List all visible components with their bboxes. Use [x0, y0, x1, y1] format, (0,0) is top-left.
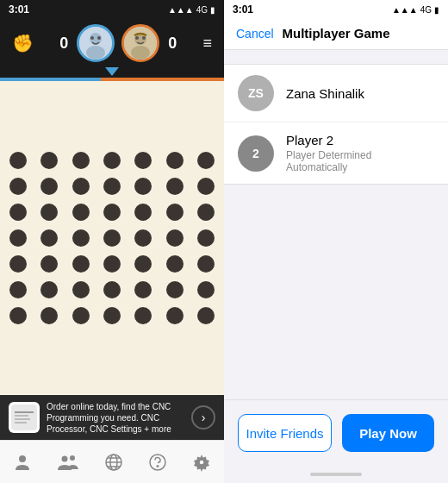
- dot[interactable]: [40, 229, 58, 247]
- nav-person-icon[interactable]: [13, 453, 32, 472]
- player2-avatar: 2: [238, 135, 274, 172]
- dot[interactable]: [103, 307, 121, 324]
- dot[interactable]: [9, 204, 27, 221]
- list-item[interactable]: ZS Zana Shinalik: [224, 65, 448, 122]
- menu-icon[interactable]: ≡: [202, 34, 212, 53]
- player2-name: Player 2: [286, 133, 434, 147]
- dot[interactable]: [134, 178, 152, 195]
- dot[interactable]: [134, 281, 152, 298]
- invite-friends-button[interactable]: Invite Friends: [238, 414, 332, 452]
- dot[interactable]: [9, 307, 27, 324]
- game-board[interactable]: [0, 81, 224, 395]
- dot[interactable]: [166, 307, 184, 324]
- nav-people-icon[interactable]: [57, 453, 79, 472]
- left-panel: 3:01 ▲▲▲ 4G ▮ ✊ 0: [0, 0, 224, 483]
- dot[interactable]: [72, 255, 90, 273]
- dot[interactable]: [9, 152, 27, 169]
- dot[interactable]: [134, 152, 152, 169]
- dots-grid: [7, 152, 217, 324]
- player2-initials: 2: [252, 147, 259, 160]
- dot[interactable]: [103, 229, 121, 247]
- right-signal-icon: ▲▲▲: [392, 5, 418, 15]
- svg-point-3: [90, 36, 94, 40]
- ad-arrow-icon[interactable]: ›: [191, 405, 215, 430]
- dot[interactable]: [72, 178, 90, 195]
- player2-info: Player 2 Player Determined Automatically: [286, 133, 434, 173]
- dot[interactable]: [197, 152, 215, 169]
- dot[interactable]: [134, 255, 152, 273]
- bottom-actions: Invite Friends Play Now: [224, 399, 448, 466]
- cancel-button[interactable]: Cancel: [236, 27, 274, 41]
- score-player1: 0: [58, 34, 70, 53]
- avatar-player1: [77, 24, 115, 62]
- svg-point-8: [135, 36, 139, 40]
- dot[interactable]: [40, 204, 58, 221]
- dot[interactable]: [72, 229, 90, 247]
- player1-name: Zana Shinalik: [286, 86, 364, 101]
- dot[interactable]: [40, 178, 58, 195]
- dot[interactable]: [197, 204, 215, 221]
- left-status-bar: 3:01 ▲▲▲ 4G ▮: [0, 0, 224, 19]
- list-item[interactable]: 2 Player 2 Player Determined Automatical…: [224, 122, 448, 184]
- dot[interactable]: [103, 178, 121, 195]
- right-battery-icon: ▮: [434, 5, 439, 15]
- dot[interactable]: [40, 281, 58, 298]
- player1-info: Zana Shinalik: [286, 86, 364, 101]
- dot[interactable]: [197, 307, 215, 324]
- svg-point-7: [131, 46, 150, 60]
- dot[interactable]: [134, 204, 152, 221]
- dot[interactable]: [40, 307, 58, 324]
- dot[interactable]: [134, 229, 152, 247]
- dot[interactable]: [9, 281, 27, 298]
- dot[interactable]: [103, 281, 121, 298]
- dot[interactable]: [166, 152, 184, 169]
- dot[interactable]: [72, 152, 90, 169]
- dot[interactable]: [197, 178, 215, 195]
- signal-icon: ▲▲▲: [168, 5, 194, 15]
- dot[interactable]: [9, 229, 27, 247]
- dot[interactable]: [103, 152, 121, 169]
- play-now-button[interactable]: Play Now: [342, 414, 434, 452]
- dot[interactable]: [103, 255, 121, 273]
- dot[interactable]: [103, 204, 121, 221]
- dot[interactable]: [72, 204, 90, 221]
- svg-point-4: [97, 36, 101, 40]
- dot[interactable]: [72, 281, 90, 298]
- dot[interactable]: [166, 255, 184, 273]
- modal-title: Multiplayer Game: [282, 26, 389, 41]
- dot[interactable]: [166, 229, 184, 247]
- nav-settings-icon[interactable]: [192, 453, 211, 472]
- dot[interactable]: [197, 229, 215, 247]
- bottom-nav: [0, 440, 224, 483]
- dot[interactable]: [166, 281, 184, 298]
- dot[interactable]: [166, 204, 184, 221]
- dot[interactable]: [40, 255, 58, 273]
- dot[interactable]: [72, 307, 90, 324]
- player-list: ZS Zana Shinalik 2 Player 2 Player Deter…: [224, 64, 448, 185]
- dot[interactable]: [40, 152, 58, 169]
- ad-banner[interactable]: Order online today, find the CNC Program…: [0, 395, 224, 440]
- right-status-icons: ▲▲▲ 4G ▮: [392, 5, 439, 15]
- svg-rect-13: [15, 418, 30, 420]
- svg-point-15: [19, 455, 26, 462]
- svg-rect-10: [11, 405, 37, 430]
- svg-point-17: [70, 455, 75, 461]
- nav-help-icon[interactable]: [148, 453, 167, 472]
- nav-globe-icon[interactable]: [104, 453, 123, 472]
- dot[interactable]: [134, 307, 152, 324]
- ad-text: Order online today, find the CNC Program…: [47, 401, 184, 435]
- player2-sub: Player Determined Automatically: [286, 149, 434, 173]
- right-time: 3:01: [233, 3, 253, 16]
- dot[interactable]: [9, 255, 27, 273]
- score-player2: 0: [166, 34, 178, 53]
- svg-rect-14: [15, 422, 27, 423]
- dot[interactable]: [9, 178, 27, 195]
- modal-header: Cancel Multiplayer Game: [224, 19, 448, 50]
- dot[interactable]: [197, 255, 215, 273]
- player1-avatar: ZS: [238, 75, 274, 111]
- svg-point-16: [61, 455, 67, 461]
- dot[interactable]: [197, 281, 215, 298]
- dot[interactable]: [166, 178, 184, 195]
- left-status-icons: ▲▲▲ 4G ▮: [168, 5, 215, 15]
- svg-point-24: [157, 465, 159, 467]
